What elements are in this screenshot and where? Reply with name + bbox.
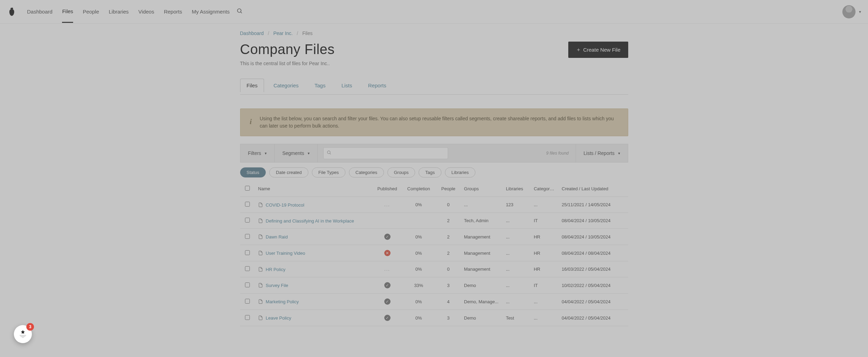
tab-reports[interactable]: Reports bbox=[361, 79, 393, 92]
row-checkbox[interactable] bbox=[245, 202, 250, 207]
chip-tags[interactable]: Tags bbox=[419, 167, 441, 177]
chip-status[interactable]: Status bbox=[240, 167, 266, 177]
create-new-file-button[interactable]: ＋ Create New File bbox=[568, 42, 628, 58]
groups-cell: ... bbox=[461, 197, 502, 213]
file-link[interactable]: Defining and Classifying AI in the Workp… bbox=[266, 218, 354, 224]
row-checkbox[interactable] bbox=[245, 234, 250, 239]
file-link[interactable]: HR Policy bbox=[266, 267, 286, 272]
chip-libraries[interactable]: Libraries bbox=[445, 167, 475, 177]
create-new-file-label: Create New File bbox=[583, 47, 621, 53]
file-link[interactable]: Dawn Raid bbox=[266, 234, 288, 240]
chip-groups[interactable]: Groups bbox=[387, 167, 415, 177]
segments-dropdown[interactable]: Segments ▾ bbox=[275, 144, 318, 162]
file-icon bbox=[258, 315, 263, 321]
app-logo[interactable] bbox=[7, 7, 17, 17]
published-ok-icon: ✓ bbox=[384, 282, 391, 288]
column-header[interactable]: People bbox=[436, 181, 461, 197]
libraries-cell: ... bbox=[502, 229, 531, 245]
file-icon bbox=[258, 202, 263, 208]
groups-cell: Management bbox=[461, 261, 502, 277]
select-all-checkbox[interactable] bbox=[245, 186, 250, 191]
column-header[interactable]: Completion bbox=[401, 181, 436, 197]
svg-line-1 bbox=[240, 12, 242, 13]
file-link[interactable]: Leave Policy bbox=[266, 315, 291, 321]
completion-cell: 0% bbox=[401, 197, 436, 213]
page-subtitle: This is the central list of files for Pe… bbox=[240, 61, 628, 66]
content-tabs: FilesCategoriesTagsListsReports bbox=[240, 79, 628, 92]
lists-reports-dropdown[interactable]: Lists / Reports ▾ bbox=[576, 144, 628, 162]
tab-tags[interactable]: Tags bbox=[308, 79, 332, 92]
svg-point-0 bbox=[237, 9, 241, 12]
categories-cell: ... bbox=[530, 197, 558, 213]
nav-my-assignments[interactable]: My Assignments bbox=[192, 1, 229, 22]
top-nav: DashboardFilesPeopleLibrariesVideosRepor… bbox=[0, 0, 868, 24]
nav-videos[interactable]: Videos bbox=[138, 1, 154, 22]
main-content: Dashboard / Pear Inc. / Files Company Fi… bbox=[240, 31, 628, 326]
nav-reports[interactable]: Reports bbox=[164, 1, 182, 22]
chevron-down-icon: ▾ bbox=[265, 151, 267, 156]
file-link[interactable]: Marketing Policy bbox=[266, 299, 299, 304]
info-icon: i bbox=[248, 115, 254, 127]
categories-cell: ... bbox=[530, 294, 558, 310]
libraries-cell: ... bbox=[502, 277, 531, 294]
row-checkbox[interactable] bbox=[245, 315, 250, 320]
search-input[interactable] bbox=[323, 147, 448, 159]
breadcrumb-company[interactable]: Pear Inc. bbox=[273, 31, 293, 36]
tab-files[interactable]: Files bbox=[240, 79, 264, 92]
groups-cell: Demo bbox=[461, 277, 502, 294]
plus-icon: ＋ bbox=[576, 46, 581, 53]
column-header[interactable]: Published bbox=[373, 181, 401, 197]
file-icon bbox=[258, 267, 263, 272]
chevron-down-icon[interactable]: ▾ bbox=[859, 9, 861, 14]
categories-cell: HR bbox=[530, 229, 558, 245]
table-row: Dawn Raid✓0%2Management...HR08/04/2024 /… bbox=[240, 229, 628, 245]
nav-dashboard[interactable]: Dashboard bbox=[27, 1, 52, 22]
people-cell: 2 bbox=[436, 229, 461, 245]
groups-cell: Demo bbox=[461, 310, 502, 326]
file-link[interactable]: Survey File bbox=[266, 283, 288, 288]
column-header[interactable]: Libraries bbox=[502, 181, 531, 197]
filters-dropdown[interactable]: Filters ▾ bbox=[240, 144, 275, 162]
row-checkbox[interactable] bbox=[245, 250, 250, 255]
svg-line-3 bbox=[330, 153, 331, 154]
chip-file-types[interactable]: File Types bbox=[312, 167, 345, 177]
categories-cell: HR bbox=[530, 245, 558, 261]
file-link[interactable]: COVID-19 Protocol bbox=[266, 202, 304, 208]
people-cell: 4 bbox=[436, 294, 461, 310]
chip-date-created[interactable]: Date created bbox=[269, 167, 308, 177]
nav-people[interactable]: People bbox=[83, 1, 99, 22]
completion-cell: 33% bbox=[401, 277, 436, 294]
tab-categories[interactable]: Categories bbox=[267, 79, 305, 92]
created-cell: 16/03/2022 / 05/04/2024 bbox=[558, 261, 628, 277]
file-icon bbox=[258, 282, 263, 288]
file-link[interactable]: User Training Video bbox=[266, 251, 305, 256]
chevron-down-icon: ▾ bbox=[308, 151, 310, 156]
published-no-icon: ✕ bbox=[384, 250, 391, 256]
column-header[interactable]: Groups bbox=[461, 181, 502, 197]
categories-cell: IT bbox=[530, 213, 558, 229]
column-header[interactable]: Created / Last Updated bbox=[558, 181, 628, 197]
search-icon[interactable] bbox=[237, 8, 243, 15]
published-unknown: ... bbox=[384, 267, 390, 272]
filter-toolbar: Filters ▾ Segments ▾ 9 files found Lists… bbox=[240, 144, 628, 163]
column-header[interactable]: Name bbox=[255, 181, 373, 197]
nav-libraries[interactable]: Libraries bbox=[109, 1, 129, 22]
categories-cell: ... bbox=[530, 310, 558, 326]
row-checkbox[interactable] bbox=[245, 218, 250, 223]
tab-lists[interactable]: Lists bbox=[335, 79, 359, 92]
nav-files[interactable]: Files bbox=[62, 1, 73, 23]
column-header[interactable]: Categories bbox=[530, 181, 558, 197]
completion-cell: 0% bbox=[401, 261, 436, 277]
row-checkbox[interactable] bbox=[245, 282, 250, 287]
chip-categories[interactable]: Categories bbox=[349, 167, 384, 177]
row-checkbox[interactable] bbox=[245, 299, 250, 304]
completion-cell: 0% bbox=[401, 229, 436, 245]
avatar[interactable] bbox=[842, 5, 856, 18]
filter-chips: StatusDate createdFile TypesCategoriesGr… bbox=[240, 167, 628, 177]
breadcrumb-dashboard[interactable]: Dashboard bbox=[240, 31, 264, 36]
search-icon bbox=[327, 150, 332, 156]
created-cell: 04/04/2022 / 05/04/2024 bbox=[558, 294, 628, 310]
help-widget[interactable]: 3 bbox=[14, 325, 32, 343]
completion-cell bbox=[401, 213, 436, 229]
row-checkbox[interactable] bbox=[245, 266, 250, 271]
